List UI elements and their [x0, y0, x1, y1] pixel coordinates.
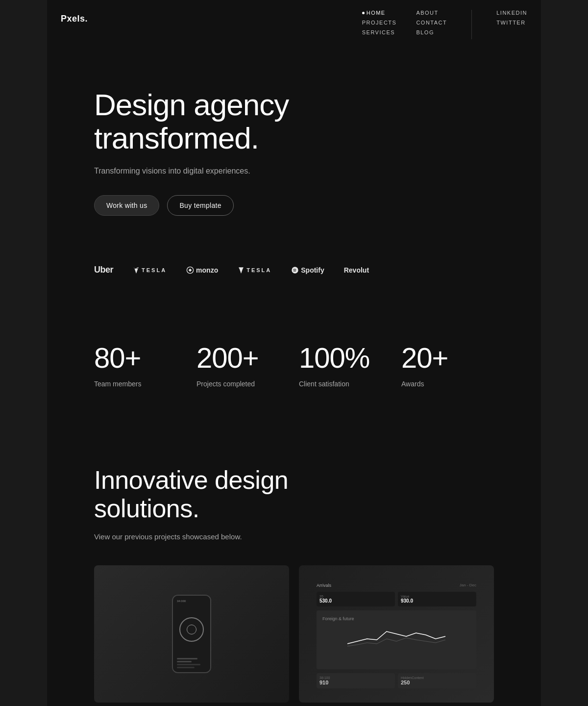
- dashboard-mockup: Arrivals Jan - Dec 35 530.0 Value 930.0: [309, 575, 484, 693]
- dash-stat-2: HiddenContent 250: [398, 673, 476, 688]
- project-cards: 34:000: [94, 565, 494, 703]
- stat-projects: 200+ Projects completed: [196, 344, 289, 388]
- nav-link-services[interactable]: SERVICES: [362, 29, 395, 35]
- hero-title: Design agency transformed.: [94, 88, 437, 155]
- header: Pxels. HOME PROJECTS SERVICES ABOUT CONT…: [47, 0, 541, 49]
- dash-stat-label-2: HiddenContent: [401, 676, 473, 680]
- work-with-us-button[interactable]: Work with us: [94, 195, 159, 216]
- stats-section: 80+ Team members 200+ Projects completed…: [94, 314, 494, 437]
- stat-number-projects: 200+: [196, 344, 289, 372]
- logos-section: Uber TESLA monzo TESLA Spotify Revolut: [94, 245, 494, 314]
- logo-tesla-1: TESLA: [133, 267, 167, 274]
- logo-spotify: Spotify: [291, 266, 324, 274]
- hero-section: Design agency transformed. Transforming …: [94, 49, 494, 245]
- nav-link-contact[interactable]: CONTACT: [416, 20, 447, 25]
- stat-number-team: 80+: [94, 344, 187, 372]
- dashboard-chart: Foreign & future: [317, 610, 476, 669]
- dash-stat-value-1: 910: [319, 680, 392, 685]
- phone-screen: 34:000: [173, 596, 210, 672]
- stat-label-awards: Awards: [401, 380, 494, 388]
- nav-col-1: HOME PROJECTS SERVICES: [362, 10, 397, 35]
- nav-link-twitter[interactable]: TWITTER: [496, 20, 525, 25]
- nav-link-home[interactable]: HOME: [362, 10, 386, 16]
- nav-link-linkedin[interactable]: LINKEDIN: [496, 10, 527, 16]
- buy-template-button[interactable]: Buy template: [167, 195, 233, 216]
- stat-awards: 20+ Awards: [401, 344, 494, 388]
- chart-title: Foreign & future: [322, 616, 470, 621]
- dashboard-stats: 38:100 910 HiddenContent 250: [317, 673, 476, 688]
- dash-stat-value-2: 250: [401, 680, 473, 685]
- project-card-mobile[interactable]: 34:000: [94, 565, 289, 703]
- projects-title: Innovative design solutions.: [94, 466, 388, 522]
- nav-link-about[interactable]: ABOUT: [416, 10, 438, 16]
- logo-tesla-2: TESLA: [238, 267, 271, 274]
- logo[interactable]: Pxels.: [61, 10, 88, 24]
- projects-subtitle: View our previous projects showcased bel…: [94, 532, 494, 541]
- stat-number-satisfaction: 100%: [299, 344, 392, 372]
- stat-label-satisfaction: Client satisfation: [299, 380, 392, 388]
- logo-monzo: monzo: [186, 266, 218, 274]
- nav-col-2: ABOUT CONTACT BLOG: [416, 10, 447, 35]
- stat-label-projects: Projects completed: [196, 380, 289, 388]
- stat-label-team: Team members: [94, 380, 187, 388]
- nav-link-blog[interactable]: BLOG: [416, 29, 434, 35]
- dash-stat-label-1: 38:100: [319, 676, 392, 680]
- nav-active-dot: [362, 12, 365, 14]
- phone-mockup: 34:000: [172, 595, 211, 673]
- nav-separator: [471, 10, 472, 39]
- nav-col-3: LINKEDIN TWITTER: [496, 10, 527, 25]
- logo-uber: Uber: [94, 265, 113, 275]
- page-wrapper: Pxels. HOME PROJECTS SERVICES ABOUT CONT…: [0, 0, 588, 706]
- hero-buttons: Work with us Buy template: [94, 195, 494, 216]
- navigation: HOME PROJECTS SERVICES ABOUT CONTACT BLO…: [362, 10, 527, 39]
- dash-stat-1: 38:100 910: [317, 673, 395, 688]
- project-card-dashboard[interactable]: Arrivals Jan - Dec 35 530.0 Value 930.0: [299, 565, 494, 703]
- logo-revolut: Revolut: [344, 266, 369, 274]
- stat-team-members: 80+ Team members: [94, 344, 187, 388]
- projects-section: Innovative design solutions. View our pr…: [94, 437, 494, 706]
- nav-link-projects[interactable]: PROJECTS: [362, 20, 397, 25]
- hero-subtitle: Transforming visions into digital experi…: [94, 167, 494, 176]
- stat-satisfaction: 100% Client satisfation: [299, 344, 392, 388]
- main-content: Design agency transformed. Transforming …: [47, 49, 541, 706]
- stat-number-awards: 20+: [401, 344, 494, 372]
